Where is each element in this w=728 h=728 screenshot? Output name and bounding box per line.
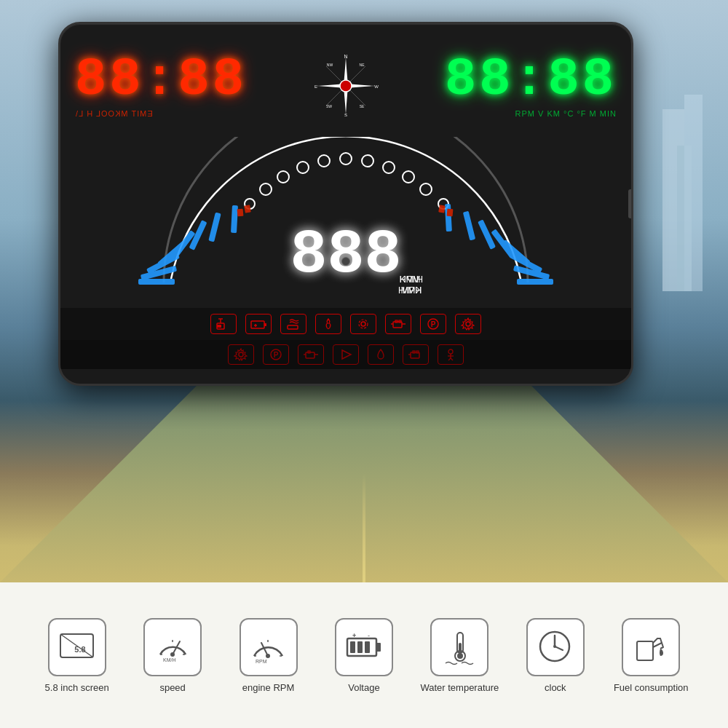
svg-text:NE: NE: [360, 63, 365, 67]
feature-clock: clock: [512, 618, 599, 693]
svg-rect-60: [251, 321, 264, 328]
svg-text:SE: SE: [360, 104, 365, 108]
svg-point-20: [340, 153, 352, 165]
brake-icon: P: [420, 314, 446, 334]
engine-rpm-svg: RPM: [248, 627, 288, 667]
clock-label: clock: [545, 682, 566, 693]
svg-text:S: S: [344, 113, 347, 117]
red-digits: 88:88: [75, 54, 247, 106]
svg-text:NW: NW: [327, 63, 333, 67]
voltage-svg: + -: [344, 627, 384, 667]
svg-rect-2: [684, 95, 703, 291]
svg-point-65: [361, 322, 365, 326]
svg-point-117: [457, 653, 463, 659]
svg-point-87: [448, 349, 453, 354]
svg-rect-109: [350, 641, 355, 653]
svg-point-26: [297, 162, 309, 173]
screen-size-svg: 5.8: [57, 627, 97, 667]
green-led-display: 88:88 RPM V KM °C °F M MIN: [445, 54, 617, 118]
svg-point-23: [403, 171, 414, 183]
screen-size-label: 5.8 inch screen: [45, 682, 109, 693]
compass: N S E W NE NW SE SW: [302, 53, 389, 119]
warning-icons-row1: P: [60, 308, 631, 340]
svg-text:KM/H: KM/H: [163, 657, 176, 662]
svg-rect-116: [459, 643, 462, 653]
feature-engine-rpm: RPM engine RPM: [225, 618, 312, 693]
svg-point-66: [359, 320, 368, 328]
feature-water-temp: Water temperature: [416, 618, 503, 693]
svg-text:W: W: [374, 84, 379, 89]
side-button[interactable]: [628, 189, 633, 218]
top-section: 88:88 EMIT MKOOL H L\: [60, 24, 631, 141]
engine-rpm-label: engine RPM: [242, 682, 295, 693]
svg-text:-: -: [368, 632, 370, 639]
svg-point-22: [383, 162, 395, 173]
svg-point-24: [420, 183, 432, 195]
warning-icons-row2: P: [60, 340, 631, 369]
svg-rect-61: [264, 323, 266, 326]
fuel-level-icon: [210, 314, 237, 334]
settings-icon-warn: [350, 314, 376, 334]
voltage-label: Voltage: [348, 682, 379, 693]
svg-rect-111: [365, 641, 370, 653]
svg-rect-48: [445, 204, 452, 232]
voltage-icon-box: + -: [335, 618, 393, 676]
svg-point-21: [362, 155, 373, 167]
svg-text:MPH: MPH: [401, 285, 422, 296]
person2-icon: [438, 344, 464, 365]
gear-icon-warn: [455, 314, 481, 334]
fuel-svg: [631, 627, 671, 667]
svg-text:N: N: [344, 54, 347, 59]
water-temp-icon-box: [430, 618, 488, 676]
svg-point-27: [277, 171, 289, 183]
engine-rpm-icon-box: RPM: [240, 618, 298, 676]
center-button[interactable]: [341, 257, 350, 266]
road-line: [363, 473, 365, 582]
svg-text:888: 888: [290, 220, 401, 290]
green-digits: 88:88: [445, 54, 617, 106]
svg-point-25: [318, 155, 330, 167]
device-wrapper: 88:88 EMIT MKOOL H L\: [58, 22, 655, 459]
clock-icon-box: [526, 618, 585, 676]
temp-icon: [315, 314, 341, 334]
red-label: EMIT MKOOL H L\: [75, 109, 153, 118]
svg-point-121: [553, 645, 556, 648]
svg-line-91: [451, 358, 453, 360]
feature-speed: KM/H speed: [129, 618, 216, 693]
feature-screen-size: 5.8 5.8 inch screen: [33, 618, 121, 693]
svg-text:P: P: [431, 320, 436, 328]
svg-rect-49: [447, 209, 454, 217]
svg-point-74: [466, 322, 470, 326]
rest-icon: [280, 314, 306, 334]
svg-text:P: P: [274, 351, 279, 359]
compass-rose-svg: N S E W NE NW SE SW: [313, 53, 379, 119]
red-led-display: 88:88 EMIT MKOOL H L\: [75, 54, 247, 118]
svg-marker-82: [342, 350, 351, 359]
engine3-icon: [403, 344, 429, 365]
feature-fuel: Fuel consumption: [607, 618, 695, 693]
svg-rect-40: [244, 205, 251, 213]
brake2-icon: P: [263, 344, 289, 365]
svg-point-11: [340, 80, 352, 92]
features-section: 5.8 5.8 inch screen KM/H speed: [0, 582, 728, 728]
svg-text:RPM: RPM: [256, 659, 267, 664]
water-temp-label: Water temperature: [420, 682, 499, 693]
svg-rect-64: [288, 325, 298, 329]
gear2-icon: [228, 344, 254, 365]
svg-text:SW: SW: [326, 104, 332, 108]
screen-size-icon-box: 5.8: [48, 618, 106, 676]
water-temp-svg: [440, 627, 480, 667]
svg-text:+: +: [352, 632, 356, 639]
speed-label: speed: [159, 682, 185, 693]
svg-point-28: [260, 183, 272, 195]
svg-text:5.8: 5.8: [75, 645, 86, 654]
battery-icon-warn: [245, 314, 272, 334]
svg-rect-108: [376, 643, 381, 652]
green-label: RPM V KM °C °F M MIN: [515, 109, 617, 118]
svg-rect-47: [463, 211, 475, 241]
svg-rect-50: [438, 205, 446, 213]
svg-rect-38: [231, 205, 238, 233]
fuel-icon-box: [622, 618, 680, 676]
speedometer-svg: 888 MPH KM\H KM\H MPH: [91, 137, 601, 304]
water2-icon: [368, 344, 394, 365]
